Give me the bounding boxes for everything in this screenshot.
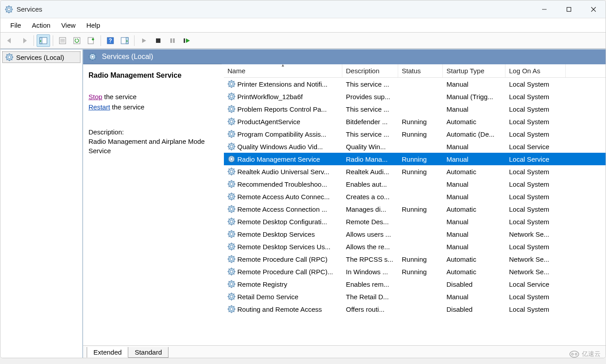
service-name: Retail Demo Service (237, 293, 299, 301)
gear-icon (227, 192, 236, 201)
service-row[interactable]: Program Compatibility Assis...This servi… (224, 128, 606, 140)
menu-action[interactable]: Action (26, 20, 56, 31)
menu-view[interactable]: View (56, 20, 81, 31)
service-actions: Stop the service Restart the service (88, 92, 219, 112)
service-logon: Local Service (505, 280, 566, 289)
nav-forward-button[interactable] (17, 34, 31, 47)
gear-icon (227, 230, 236, 238)
service-status (398, 83, 443, 85)
service-row[interactable]: Remote Access Auto Connec...Creates a co… (224, 190, 606, 203)
column-header-status[interactable]: Status (398, 64, 443, 77)
service-row[interactable]: Printer Extensions and Notifi...This ser… (224, 78, 606, 90)
service-name: PrintWorkflow_12ba6f (237, 93, 303, 100)
start-service-button[interactable] (137, 34, 151, 47)
service-name: Remote Access Connection ... (237, 205, 327, 213)
service-logon: Network Se... (505, 267, 566, 276)
svg-rect-29 (184, 38, 185, 43)
service-logon: Local System (505, 305, 566, 314)
maximize-button[interactable] (556, 0, 581, 18)
service-status (398, 308, 443, 310)
service-startup: Manual (443, 142, 505, 151)
service-startup: Manual (443, 217, 505, 226)
service-startup: Manual (443, 155, 505, 164)
menu-file[interactable]: File (5, 20, 26, 31)
stop-service-link[interactable]: Stop (88, 93, 102, 100)
service-logon: Network Se... (505, 230, 566, 239)
service-description: Remote Des... (342, 217, 398, 226)
service-row[interactable]: Remote Access Connection ...Manages di..… (224, 203, 606, 215)
service-row[interactable]: Retail Demo ServiceThe Retail D...Manual… (224, 290, 606, 303)
help-button[interactable]: ? (104, 34, 117, 47)
service-row[interactable]: Quality Windows Audio Vid...Quality Win.… (224, 140, 606, 153)
gear-icon (227, 280, 236, 288)
column-header-startup[interactable]: Startup Type (443, 64, 505, 77)
service-logon: Local System (505, 92, 566, 101)
export-list-button[interactable] (84, 34, 98, 47)
gear-icon (227, 117, 236, 126)
service-description: Offers routi... (342, 305, 398, 314)
gear-icon (227, 218, 236, 226)
service-row[interactable]: Routing and Remote AccessOffers routi...… (224, 303, 606, 315)
tree-item-label: Services (Local) (16, 54, 64, 61)
service-startup: Automatic (443, 255, 505, 264)
service-status (398, 108, 443, 110)
titlebar: Services (0, 0, 606, 18)
column-header-name[interactable]: Name▲ (224, 64, 342, 77)
service-startup: Automatic (443, 117, 505, 126)
show-hide-console-button[interactable] (37, 34, 50, 47)
stop-service-button[interactable] (152, 34, 165, 47)
minimize-button[interactable] (532, 0, 556, 18)
action-pane-button[interactable] (118, 34, 131, 47)
pause-service-button[interactable] (166, 34, 179, 47)
service-logon: Local System (505, 217, 566, 226)
service-row[interactable]: Remote Desktop Services Us...Allows the … (224, 240, 606, 253)
toolbar-separator (134, 35, 135, 46)
service-description: Allows the re... (342, 242, 398, 251)
restart-service-button[interactable] (180, 34, 194, 47)
service-name: Routing and Remote Access (237, 305, 322, 313)
gear-icon (227, 105, 236, 113)
service-row[interactable]: Recommended Troubleshoo...Enables aut...… (224, 178, 606, 190)
action-suffix: the service (102, 93, 137, 100)
nav-back-button[interactable] (3, 34, 17, 47)
window-controls (532, 0, 606, 18)
service-name: Remote Registry (237, 280, 287, 288)
svg-point-30 (570, 351, 579, 357)
column-header-description[interactable]: Description (342, 64, 398, 77)
service-startup: Automatic (443, 205, 505, 214)
close-button[interactable] (581, 0, 606, 18)
service-row[interactable]: Remote Procedure Call (RPC)The RPCSS s..… (224, 253, 606, 265)
service-name: Remote Desktop Services Us... (237, 243, 330, 251)
window-title: Services (17, 5, 532, 13)
tab-extended[interactable]: Extended (87, 347, 128, 358)
restart-service-link[interactable]: Restart (88, 103, 110, 111)
column-header-logon[interactable]: Log On As (505, 64, 566, 77)
service-name: Realtek Audio Universal Serv... (237, 168, 329, 176)
refresh-button[interactable] (70, 34, 84, 47)
service-status: Running (398, 267, 443, 276)
tab-standard[interactable]: Standard (128, 347, 168, 358)
properties-button[interactable] (56, 34, 69, 47)
service-startup: Manual (443, 292, 505, 301)
pane-header: Services (Local) (83, 50, 222, 64)
service-row[interactable]: ProductAgentServiceBitdefender ...Runnin… (224, 115, 606, 128)
service-logon: Local System (505, 167, 566, 176)
service-row[interactable]: Problem Reports Control Pa...This servic… (224, 103, 606, 115)
services-list-scroll[interactable]: Name▲ Description Status Startup Type Lo… (224, 64, 606, 345)
service-description: The Retail D... (342, 292, 398, 301)
menu-help[interactable]: Help (81, 20, 105, 31)
service-row[interactable]: Remote Procedure Call (RPC)...In Windows… (224, 265, 606, 278)
toolbar-separator (101, 35, 101, 46)
watermark: 亿速云 (566, 350, 601, 359)
service-status (398, 296, 443, 297)
tree-item-services-local[interactable]: Services (Local) (2, 51, 80, 63)
toolbar-separator (34, 35, 34, 46)
service-row[interactable]: PrintWorkflow_12ba6fProvides sup...Manua… (224, 90, 606, 103)
service-status (398, 221, 443, 222)
service-row[interactable]: Remote Desktop Configurati...Remote Des.… (224, 215, 606, 228)
service-row[interactable]: Remote Desktop ServicesAllows users ...M… (224, 228, 606, 240)
service-name: Remote Desktop Services (237, 230, 315, 238)
service-row[interactable]: Remote RegistryEnables rem...DisabledLoc… (224, 278, 606, 290)
service-row[interactable]: Realtek Audio Universal Serv...Realtek A… (224, 165, 606, 178)
service-row[interactable]: Radio Management ServiceRadio Mana...Run… (224, 153, 606, 165)
